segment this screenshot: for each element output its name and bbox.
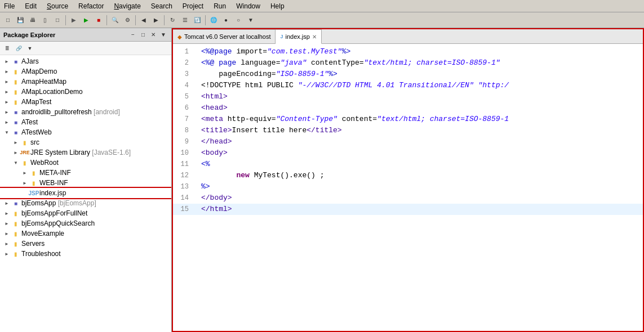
tree-item-atest[interactable]: ► ■ ATest [0, 117, 171, 127]
tree-item-moveexample[interactable]: ► ▮ MoveExample [0, 228, 171, 239]
toolbar-next[interactable]: ▶ [150, 15, 162, 26]
expand-icon[interactable]: ► [20, 181, 29, 186]
tree-container[interactable]: ► ■ AJars ► ▮ AMapDemo ► ▮ AmapHeatMap ►… [0, 55, 171, 332]
tab-indexjsp[interactable]: J index.jsp ✕ [276, 29, 321, 44]
view-menu-btn[interactable]: ▼ [159, 30, 168, 39]
item-label: MoveExample [21, 230, 64, 237]
code-content: <!DOCTYPE html PUBLIC "-//W3C//DTD HTML … [198, 80, 643, 91]
toolbar-extra3[interactable]: 🔃 [192, 15, 203, 26]
collapse-all-btn[interactable]: ≣ [2, 43, 12, 53]
code-editor[interactable]: 1 <%@page import="com.test.MyTest"%> 2 <… [173, 44, 643, 331]
link-with-editor-btn[interactable]: 🔗 [14, 43, 24, 53]
tree-item-servers[interactable]: ► ▮ Servers [0, 239, 171, 249]
toolbar-extra2[interactable]: ☰ [179, 15, 190, 26]
expand-icon[interactable]: ► [2, 231, 11, 236]
tab-tomcat[interactable]: ◆ Tomcat v6.0 Server at localhost [173, 29, 276, 43]
tree-item-atesthweb[interactable]: ▼ ■ ATestWeb [0, 127, 171, 137]
tree-item-androidlib[interactable]: ► ■ androidlib_pulltorefresh [android] [0, 107, 171, 117]
toolbar-prev[interactable]: ◀ [138, 15, 149, 26]
expand-icon[interactable]: ► [2, 120, 11, 125]
expand-icon[interactable]: ► [20, 171, 29, 176]
toolbar-stop[interactable]: ■ [93, 15, 104, 26]
tree-item-webinf[interactable]: ► ▮ WEB-INF [0, 178, 171, 188]
item-label: AMapDemo [21, 68, 57, 75]
tree-item-src[interactable]: ► ▮ src [0, 137, 171, 147]
tree-item-amapheatmap[interactable]: ► ▮ AmapHeatMap [0, 77, 171, 87]
expand-icon[interactable]: ► [2, 79, 11, 84]
tab-close-btn[interactable]: ✕ [312, 34, 317, 40]
tree-item-webroot[interactable]: ▼ ▮ WebRoot [0, 158, 171, 168]
expand-icon[interactable]: ► [11, 150, 20, 155]
code-line-10: 10 <body> [173, 147, 643, 159]
tree-item-troubleshoot[interactable]: ► ▮ Troubleshoot [0, 249, 171, 259]
expand-icon[interactable]: ► [2, 241, 11, 246]
toolbar-paste[interactable]: □ [52, 15, 63, 26]
item-label: WEB-INF [39, 179, 68, 187]
expand-icon[interactable]: ► [2, 59, 11, 64]
folder-icon: ▮ [11, 209, 20, 218]
code-content: %> [198, 181, 643, 192]
code-content: </head> [198, 136, 643, 147]
menu-edit[interactable]: Edit [23, 2, 38, 11]
expand-icon[interactable]: ► [2, 89, 11, 95]
code-line-4: 4 <!DOCTYPE html PUBLIC "-//W3C//DTD HTM… [173, 80, 643, 91]
expand-icon[interactable]: ► [2, 69, 11, 74]
menu-project[interactable]: Project [181, 2, 205, 11]
toolbar-extra6[interactable]: ▼ [245, 15, 256, 26]
code-content: <title>Insert title here</title> [198, 125, 643, 136]
expand-icon[interactable]: ► [2, 252, 11, 257]
tree-item-amaptest[interactable]: ► ▮ AMapTest [0, 97, 171, 107]
tree-item-amaplocationdemo[interactable]: ► ▮ AMapLocationDemo [0, 87, 171, 97]
folder-icon: ▮ [29, 168, 38, 177]
toolbar-debug[interactable]: ▶ [68, 15, 79, 26]
tree-item-bjeomsappquicksearch[interactable]: ► ▮ bjEomsAppQuickSearch [0, 218, 171, 228]
toolbar-save[interactable]: 💾 [15, 15, 26, 26]
minimize-btn[interactable]: − [128, 30, 137, 39]
menu-source[interactable]: Source [45, 2, 70, 11]
toolbar-globe[interactable]: 🌐 [208, 15, 219, 26]
toolbar-run[interactable]: ▶ [81, 15, 92, 26]
menu-refactor[interactable]: Refactor [77, 2, 105, 11]
line-number: 3 [173, 69, 193, 79]
folder-icon: ▮ [11, 249, 20, 258]
expand-icon[interactable]: ► [2, 100, 11, 105]
toolbar-settings[interactable]: ⚙ [122, 15, 133, 26]
expand-icon[interactable]: ► [11, 140, 20, 145]
line-number: 12 [173, 170, 193, 181]
code-line-8: 8 <title>Insert title here</title> [173, 125, 643, 136]
line-number: 5 [173, 91, 193, 102]
maximize-btn[interactable]: □ [139, 30, 148, 39]
indexjsp-tab-label: index.jsp [285, 33, 309, 40]
expand-icon[interactable]: ▼ [11, 160, 20, 165]
expand-icon[interactable]: ► [2, 201, 11, 206]
expand-icon[interactable]: ▼ [2, 130, 11, 135]
toolbar-extra5[interactable]: ○ [233, 15, 244, 26]
toolbar-extra4[interactable]: ● [220, 15, 232, 26]
expand-icon[interactable]: ► [2, 110, 11, 115]
expand-icon[interactable]: ► [2, 211, 11, 216]
toolbar-print[interactable]: 🖶 [27, 15, 38, 26]
menu-run[interactable]: Run [212, 2, 228, 11]
panel-header: Package Explorer − □ ✕ ▼ [0, 28, 171, 42]
toolbar-new[interactable]: □ [2, 15, 14, 26]
toolbar-search[interactable]: 🔍 [109, 15, 121, 26]
menu-file[interactable]: File [2, 2, 16, 11]
explorer-menu-btn[interactable]: ▼ [25, 43, 35, 53]
toolbar-extra1[interactable]: ↻ [167, 15, 178, 26]
tree-item-indexjsp[interactable]: JSP index.jsp [0, 188, 171, 198]
tree-item-metainf[interactable]: ► ▮ META-INF [0, 168, 171, 178]
tree-item-jre[interactable]: ► JRE JRE System Library [JavaSE-1.6] [0, 147, 171, 158]
tree-item-amapdemo[interactable]: ► ▮ AMapDemo [0, 66, 171, 77]
toolbar-separator-3 [135, 15, 136, 25]
tree-item-ajars[interactable]: ► ■ AJars [0, 56, 171, 66]
expand-icon[interactable]: ► [2, 221, 11, 226]
menu-search[interactable]: Search [149, 2, 174, 11]
menu-window[interactable]: Window [234, 2, 262, 11]
menu-navigate[interactable]: Navigate [112, 2, 142, 11]
close-panel-btn[interactable]: ✕ [149, 30, 158, 39]
toolbar-copy[interactable]: ▯ [39, 15, 51, 26]
tree-item-bjeomsappfullnet[interactable]: ► ▮ bjEomsAppForFullNet [0, 208, 171, 218]
tree-item-bjeoms[interactable]: ► ■ bjEomsApp [bjEomsApp] [0, 198, 171, 208]
menu-help[interactable]: Help [269, 2, 286, 11]
item-label: bjEomsAppQuickSearch [21, 219, 95, 227]
